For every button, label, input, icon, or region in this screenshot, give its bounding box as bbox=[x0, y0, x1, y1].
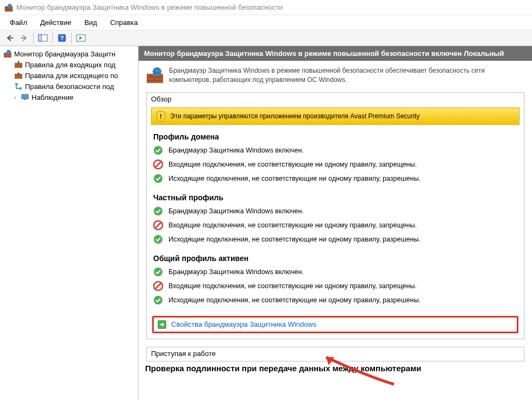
status-text: Брандмауэр Защитника Windows включен. bbox=[168, 147, 304, 154]
toolbar: ? bbox=[0, 30, 532, 46]
check-icon bbox=[153, 295, 163, 305]
svg-point-6 bbox=[8, 4, 12, 8]
profile-title: Профиль домена bbox=[153, 130, 517, 143]
firewall-app-icon bbox=[4, 3, 13, 12]
firewall-properties-link-row: Свойства брандмауэра Защитника Windows bbox=[152, 316, 518, 333]
status-row: Брандмауэр Защитника Windows включен. bbox=[153, 143, 517, 157]
status-text: Входящие подключения, не соответствующие… bbox=[168, 161, 417, 168]
consec-icon bbox=[14, 82, 23, 91]
intro-text: Брандмауэр Защитника Windows в режиме по… bbox=[169, 66, 524, 85]
tree-outbound-label: Правила для исходящего по bbox=[25, 72, 118, 80]
status-row: Исходящие подключения, не соответствующи… bbox=[153, 293, 517, 307]
outbound-icon bbox=[14, 71, 23, 80]
tree-monitoring[interactable]: › Наблюдение bbox=[0, 92, 138, 103]
svg-rect-16 bbox=[15, 83, 18, 85]
svg-text:?: ? bbox=[60, 35, 64, 41]
svg-line-38 bbox=[155, 283, 161, 289]
status-text: Исходящие подключения, не соответствующи… bbox=[168, 175, 421, 182]
titlebar: Монитор брандмауэра Защитника Windows в … bbox=[0, 0, 532, 15]
overview-section: Обзор ! Эти параметры управляются прилож… bbox=[146, 92, 524, 339]
main-split: Монитор брандмауэра Защитн Правила для в… bbox=[0, 46, 532, 399]
back-button[interactable] bbox=[3, 32, 16, 44]
svg-rect-19 bbox=[24, 99, 26, 100]
svg-rect-18 bbox=[22, 94, 28, 99]
getting-started-section: Приступая к работе bbox=[146, 347, 524, 361]
status-row: Входящие подключения, не соответствующие… bbox=[153, 157, 517, 172]
menu-help[interactable]: Справка bbox=[104, 16, 145, 29]
tree-consec-rules[interactable]: Правила безопасности под bbox=[0, 81, 138, 92]
block-icon bbox=[153, 281, 163, 291]
status-text: Брандмауэр Защитника Windows включен. bbox=[168, 268, 304, 276]
getting-started-heading: Проверка подлинности при передаче данных… bbox=[139, 361, 532, 375]
tree-root-label: Монитор брандмауэра Защитн bbox=[14, 50, 115, 58]
profile-block: Профиль доменаБрандмауэр Защитника Windo… bbox=[147, 130, 524, 191]
menubar: Файл Действие Вид Справка bbox=[0, 15, 532, 30]
tree-outbound-rules[interactable]: Правила для исходящего по bbox=[0, 70, 138, 81]
check-icon bbox=[153, 206, 163, 216]
svg-rect-17 bbox=[19, 87, 22, 90]
vendor-warning-bar: ! Эти параметры управляются приложением … bbox=[151, 107, 520, 125]
svg-point-31 bbox=[154, 174, 162, 183]
svg-point-39 bbox=[154, 296, 162, 304]
tree-inbound-rules[interactable]: Правила для входящих под bbox=[0, 59, 138, 70]
tree-consec-label: Правила безопасности под bbox=[25, 82, 114, 91]
show-hide-tree-button[interactable] bbox=[36, 32, 49, 44]
status-text: Брандмауэр Защитника Windows включен. bbox=[168, 207, 304, 215]
export-list-button[interactable] bbox=[74, 32, 87, 44]
overview-title: Обзор bbox=[147, 93, 524, 105]
tree-pane: Монитор брандмауэра Защитн Правила для в… bbox=[0, 46, 139, 399]
toolbar-separator bbox=[71, 33, 72, 43]
intro-row: Брандмауэр Защитника Windows в режиме по… bbox=[139, 61, 532, 90]
svg-point-35 bbox=[154, 235, 162, 244]
tree-monitor-label: Наблюдение bbox=[32, 93, 73, 101]
check-icon bbox=[153, 145, 163, 155]
menu-view[interactable]: Вид bbox=[78, 16, 104, 29]
tree-inbound-label: Правила для входящих под bbox=[25, 61, 116, 69]
status-row: Брандмауэр Защитника Windows включен. bbox=[153, 265, 517, 279]
status-row: Исходящие подключения, не соответствующи… bbox=[153, 232, 517, 246]
block-icon bbox=[153, 220, 163, 230]
profile-title: Общий профиль активен bbox=[153, 252, 517, 265]
block-icon bbox=[153, 160, 163, 169]
panel-header: Монитор брандмауэра Защитника Windows в … bbox=[139, 46, 532, 61]
svg-rect-8 bbox=[39, 35, 41, 41]
toolbar-separator bbox=[52, 33, 53, 43]
profile-block: Частный профильБрандмауэр Защитника Wind… bbox=[147, 191, 524, 252]
svg-point-32 bbox=[154, 207, 162, 215]
window-title: Монитор брандмауэра Защитника Windows в … bbox=[16, 3, 283, 11]
status-text: Входящие подключения, не соответствующие… bbox=[168, 221, 417, 229]
help-button[interactable]: ? bbox=[55, 32, 68, 44]
firewall-globe-icon bbox=[146, 66, 164, 84]
forward-button[interactable] bbox=[17, 32, 30, 44]
menu-action[interactable]: Действие bbox=[34, 16, 78, 29]
status-row: Входящие подключения, не соответствующие… bbox=[153, 279, 517, 293]
svg-point-28 bbox=[154, 146, 162, 155]
check-icon bbox=[153, 267, 163, 277]
toolbar-separator bbox=[33, 33, 34, 43]
svg-point-13 bbox=[7, 50, 11, 54]
svg-point-36 bbox=[154, 268, 162, 276]
status-text: Исходящие подключения, не соответствующи… bbox=[168, 296, 421, 304]
svg-text:!: ! bbox=[160, 112, 162, 120]
status-text: Исходящие подключения, не соответствующи… bbox=[168, 236, 421, 243]
vendor-warning-text: Эти параметры управляются приложением пр… bbox=[170, 112, 420, 120]
profile-block: Общий профиль активенБрандмауэр Защитник… bbox=[147, 252, 524, 313]
svg-line-30 bbox=[155, 162, 161, 167]
tree-root[interactable]: Монитор брандмауэра Защитн bbox=[0, 48, 138, 59]
status-row: Входящие подключения, не соответствующие… bbox=[153, 218, 517, 232]
status-text: Входящие подключения, не соответствующие… bbox=[168, 282, 417, 290]
profile-title: Частный профиль bbox=[153, 191, 517, 204]
inbound-icon bbox=[14, 60, 23, 69]
content-pane: Монитор брандмауэра Защитника Windows в … bbox=[139, 46, 532, 399]
svg-point-25 bbox=[153, 67, 161, 76]
menu-file[interactable]: Файл bbox=[3, 16, 34, 29]
expand-icon[interactable]: › bbox=[14, 94, 21, 100]
svg-line-34 bbox=[155, 223, 161, 228]
check-icon bbox=[153, 174, 163, 183]
firewall-properties-link[interactable]: Свойства брандмауэра Защитника Windows bbox=[171, 320, 316, 328]
link-arrow-icon bbox=[157, 320, 167, 329]
firewall-icon bbox=[3, 49, 12, 58]
warning-shield-icon: ! bbox=[155, 110, 167, 122]
status-row: Брандмауэр Защитника Windows включен. bbox=[153, 204, 517, 218]
check-icon bbox=[153, 234, 163, 244]
